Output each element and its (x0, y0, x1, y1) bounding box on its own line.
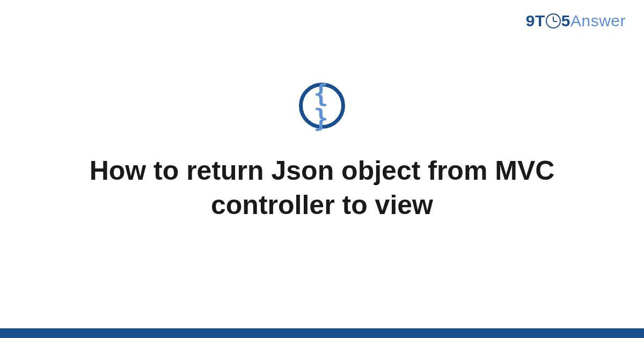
page-title: How to return Json object from MVC contr… (80, 153, 564, 222)
braces-icon: { } (303, 81, 341, 130)
logo-text-answer: Answer (570, 12, 626, 30)
site-logo: 9T 5 Answer (526, 12, 626, 30)
logo-text-5: 5 (561, 12, 570, 30)
clock-icon (546, 13, 561, 28)
main-content: { } How to return Json object from MVC c… (0, 83, 644, 222)
logo-text-9t: 9T (526, 12, 545, 30)
footer-bar (0, 328, 644, 338)
topic-icon-circle: { } (299, 83, 345, 129)
